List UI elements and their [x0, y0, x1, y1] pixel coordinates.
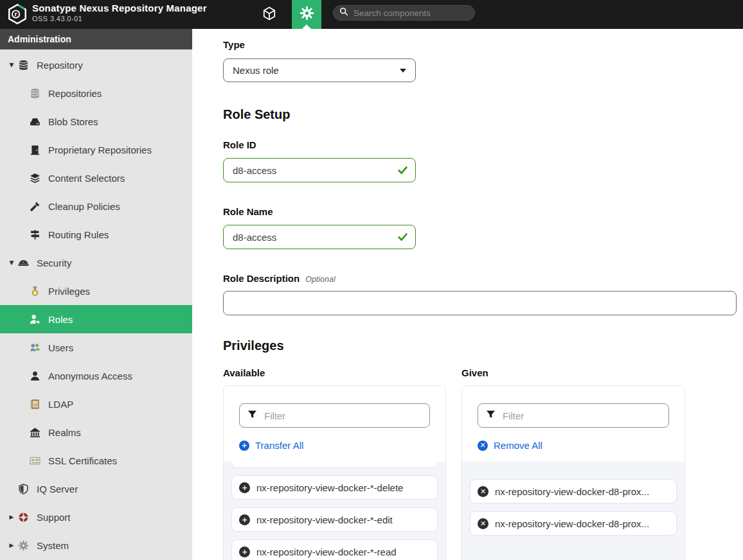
search-input[interactable] [352, 8, 469, 19]
top-header: r Sonatype Nexus Repository Manager OSS … [0, 0, 743, 29]
user-icon [30, 371, 40, 381]
sidebar-item-label: LDAP [48, 399, 73, 410]
privileges-heading: Privileges [223, 338, 743, 353]
type-select-value: Nexus role [233, 65, 279, 76]
role-id-input[interactable] [223, 158, 416, 182]
given-privilege-item[interactable]: ✕nx-repository-view-docker-d8-prox... [470, 479, 677, 503]
sidebar-item-label: Routing Rules [48, 229, 109, 240]
user-tag-icon [30, 314, 40, 325]
search-icon [339, 7, 348, 19]
role-description-input[interactable] [223, 291, 737, 315]
broom-icon [30, 201, 40, 212]
sidebar-item-cleanup-policies[interactable]: Cleanup Policies [0, 192, 192, 220]
privilege-name: nx-repository-view-docker-*-delete [256, 482, 403, 493]
sidebar-item-roles[interactable]: Roles [0, 305, 192, 333]
sidebar-item-content-selectors[interactable]: Content Selectors [0, 164, 192, 192]
sidebar-item-ldap[interactable]: @LDAP [0, 390, 192, 418]
medal-icon [30, 286, 40, 297]
sidebar-item-routing-rules[interactable]: Routing Rules [0, 220, 192, 249]
role-name-label: Role Name [223, 206, 743, 217]
sidebar-item-iq-server[interactable]: IQ Server [0, 475, 192, 503]
given-filter[interactable] [478, 403, 669, 428]
sidebar-item-label: Repositories [48, 88, 102, 99]
given-label: Given [461, 367, 685, 378]
browse-mode-button[interactable] [257, 0, 282, 29]
sidebar-item-label: Realms [48, 427, 81, 438]
available-privilege-item-partial[interactable] [231, 462, 438, 468]
filter-funnel-icon [486, 410, 496, 422]
sidebar-item-label: Repository [37, 60, 83, 71]
sidebar-item-repositories[interactable]: Repositories [0, 79, 192, 107]
sidebar-item-proprietary-repositories[interactable]: Proprietary Repositories [0, 136, 192, 164]
available-privilege-item[interactable]: +nx-repository-view-docker-*-edit [231, 507, 438, 532]
life-ring-icon [18, 512, 29, 523]
admin-mode-button[interactable] [292, 0, 321, 29]
valid-check-icon [397, 232, 408, 243]
x-circle-icon: ✕ [478, 441, 488, 451]
sidebar-item-privileges[interactable]: Privileges [0, 277, 192, 305]
role-description-label: Role Description [223, 273, 300, 284]
gear-icon [300, 6, 314, 23]
sidebar-item-label: Support [37, 512, 71, 523]
role-id-label: Role ID [223, 139, 743, 150]
sidebar-section-title: Administration [0, 29, 192, 49]
given-panel: ✕ Remove All ✕nx-repository-view-docker-… [461, 385, 685, 560]
sidebar-item-repository[interactable]: ▼Repository [0, 51, 192, 79]
available-filter-input[interactable] [263, 410, 422, 422]
privilege-name: nx-repository-view-docker-*-read [256, 547, 397, 557]
plus-circle-icon[interactable]: + [239, 514, 250, 525]
sidebar-item-label: System [37, 540, 69, 551]
map-signs-icon [30, 229, 40, 240]
database-icon [18, 60, 29, 71]
gear-gray-icon [18, 540, 29, 551]
chevron-right-icon[interactable]: ▶ [5, 514, 18, 520]
valid-check-icon [397, 165, 408, 176]
transfer-all-label: Transfer All [255, 440, 303, 451]
privilege-name: nx-repository-view-docker-d8-prox... [495, 486, 649, 497]
available-filter[interactable] [239, 403, 430, 428]
layers-icon [30, 173, 40, 184]
chevron-down-icon [400, 69, 406, 73]
sidebar-item-label: Anonymous Access [48, 371, 132, 381]
sidebar-item-support[interactable]: ▶Support [0, 503, 192, 531]
hard-drive-icon [30, 116, 40, 127]
sidebar-item-realms[interactable]: Realms [0, 418, 192, 446]
given-privilege-item[interactable]: ✕nx-repository-view-docker-d8-prox... [470, 511, 677, 536]
chevron-down-icon[interactable]: ▼ [5, 62, 18, 68]
type-select[interactable]: Nexus role [223, 58, 416, 82]
role-name-input[interactable] [223, 225, 416, 249]
transfer-all-button[interactable]: + Transfer All [239, 440, 303, 451]
plus-circle-icon: + [239, 441, 249, 451]
chevron-right-icon[interactable]: ▶ [5, 542, 18, 548]
optional-hint: Optional [305, 275, 336, 284]
sidebar-item-users[interactable]: Users [0, 333, 192, 362]
global-search[interactable] [333, 5, 475, 21]
type-label: Type [223, 39, 743, 50]
remove-all-button[interactable]: ✕ Remove All [478, 440, 542, 451]
role-name-field-wrapper [223, 225, 416, 249]
sidebar-item-label: Blob Stores [48, 116, 98, 127]
plus-circle-icon[interactable]: + [239, 547, 250, 557]
plus-circle-icon[interactable]: + [239, 482, 250, 493]
available-privilege-item[interactable]: +nx-repository-view-docker-*-delete [231, 475, 438, 500]
active-tab-caret [302, 24, 311, 29]
sidebar-item-blob-stores[interactable]: Blob Stores [0, 107, 192, 136]
sidebar-item-label: Security [37, 258, 71, 268]
chevron-down-icon[interactable]: ▼ [5, 259, 18, 266]
sidebar-item-security[interactable]: ▼Security [0, 249, 192, 277]
given-privilege-list: ✕nx-repository-view-docker-d8-prox...✕nx… [462, 462, 685, 560]
available-label: Available [223, 367, 446, 378]
available-privilege-item[interactable]: +nx-repository-view-docker-*-read [231, 539, 438, 560]
shield-icon [18, 484, 29, 494]
available-privilege-list: +nx-repository-view-docker-*-delete+nx-r… [224, 462, 445, 560]
sidebar-item-ssl-certificates[interactable]: SSL Certificates [0, 446, 192, 475]
role-id-field-wrapper [223, 158, 416, 182]
address-book-icon: @ [30, 399, 40, 410]
x-circle-icon[interactable]: ✕ [478, 486, 488, 497]
id-card-icon [30, 455, 40, 466]
sidebar-item-system[interactable]: ▶System [0, 531, 192, 559]
x-circle-icon[interactable]: ✕ [478, 518, 488, 529]
remove-all-label: Remove All [494, 440, 542, 451]
given-filter-input[interactable] [501, 410, 661, 422]
sidebar-item-anonymous-access[interactable]: Anonymous Access [0, 362, 192, 390]
